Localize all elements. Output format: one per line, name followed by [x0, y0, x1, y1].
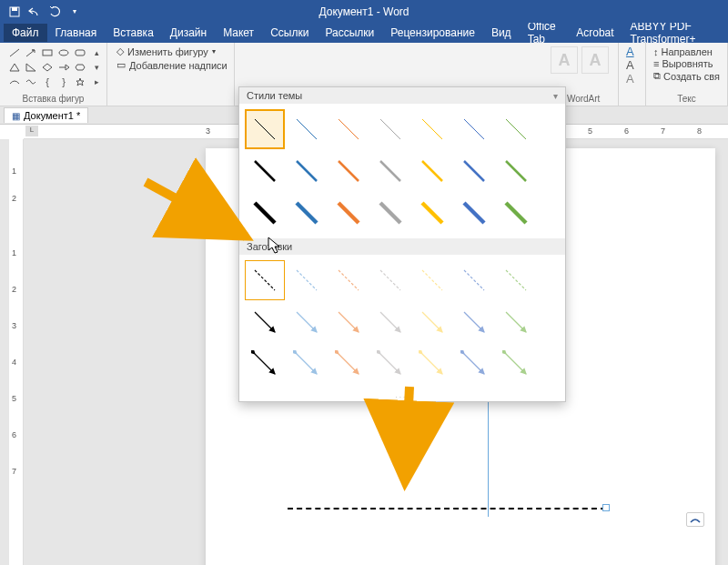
- menu-acrobat[interactable]: Acrobat: [568, 24, 622, 42]
- text-effects-icon[interactable]: A: [626, 72, 638, 86]
- ruler-tick: 4: [12, 358, 16, 367]
- preset-style-cell[interactable]: [454, 344, 494, 384]
- shape-arrow2-icon[interactable]: [56, 61, 71, 74]
- shape-connector-icon[interactable]: [7, 76, 22, 88]
- svg-line-9: [339, 119, 359, 139]
- preset-style-cell[interactable]: [454, 302, 494, 342]
- shape-hex-icon[interactable]: [73, 61, 87, 74]
- shape-diamond-icon[interactable]: [40, 61, 55, 74]
- align-text-button[interactable]: ≡Выровнять: [653, 58, 720, 69]
- text-fill-icon[interactable]: A: [626, 45, 638, 58]
- shape-expand-icon[interactable]: ▸: [89, 76, 104, 88]
- svg-line-12: [464, 119, 484, 139]
- create-link-button[interactable]: ⧉Создать свя: [653, 70, 720, 82]
- theme-style-cell[interactable]: [370, 151, 410, 191]
- theme-style-cell[interactable]: [329, 151, 369, 191]
- preset-style-cell[interactable]: [245, 302, 285, 342]
- theme-style-cell[interactable]: [454, 109, 494, 149]
- theme-style-cell[interactable]: [370, 193, 410, 233]
- edit-shape-button[interactable]: ◇Изменить фигуру▾: [113, 45, 228, 58]
- add-text-button[interactable]: ▭Добавление надписи: [113, 58, 228, 72]
- theme-style-cell[interactable]: [454, 151, 494, 191]
- dashed-line-shape[interactable]: [288, 508, 606, 510]
- shape-curve-icon[interactable]: [24, 76, 38, 88]
- shape-brace-l-icon[interactable]: {: [40, 76, 55, 88]
- popup-dropdown-icon[interactable]: ▾: [553, 91, 558, 101]
- shape-line-icon[interactable]: [7, 46, 22, 59]
- preset-style-cell[interactable]: [412, 344, 452, 384]
- shape-more-icon[interactable]: ▴: [89, 46, 104, 59]
- wordart-style-2[interactable]: A: [581, 46, 609, 74]
- preset-style-cell[interactable]: [329, 302, 369, 342]
- preset-style-cell[interactable]: [370, 260, 410, 300]
- menu-insert[interactable]: Вставка: [105, 24, 162, 42]
- shape-rtriangle-icon[interactable]: [24, 61, 38, 74]
- preset-style-cell[interactable]: [287, 260, 327, 300]
- ruler-corner: L: [25, 126, 38, 136]
- shape-brace-r-icon[interactable]: }: [56, 76, 71, 88]
- menu-review[interactable]: Рецензирование: [382, 24, 483, 42]
- menu-view[interactable]: Вид: [483, 24, 520, 42]
- theme-style-cell[interactable]: [412, 193, 452, 233]
- theme-style-cell[interactable]: [329, 109, 369, 149]
- shape-roundrect-icon[interactable]: [73, 46, 87, 59]
- menu-design[interactable]: Дизайн: [162, 24, 215, 42]
- preset-style-cell[interactable]: [245, 344, 285, 384]
- shape-triangle-icon[interactable]: [7, 61, 22, 74]
- theme-style-cell[interactable]: [496, 151, 536, 191]
- qat-dropdown-icon[interactable]: ▾: [67, 5, 82, 19]
- shape-rect-icon[interactable]: [40, 46, 55, 59]
- preset-style-cell[interactable]: [329, 260, 369, 300]
- vertical-ruler[interactable]: 1 2 1 2 3 4 5 6 7: [9, 139, 24, 565]
- preset-style-cell[interactable]: [496, 302, 536, 342]
- preset-style-cell[interactable]: [329, 344, 369, 384]
- theme-style-cell[interactable]: [287, 151, 327, 191]
- svg-line-33: [464, 270, 484, 290]
- save-icon[interactable]: [7, 5, 22, 19]
- shape-more2-icon[interactable]: ▾: [89, 61, 104, 74]
- menu-bar: Файл Главная Вставка Дизайн Макет Ссылки…: [0, 23, 728, 43]
- svg-line-36: [297, 312, 317, 332]
- preset-style-cell[interactable]: [496, 344, 536, 384]
- theme-style-cell[interactable]: [412, 109, 452, 149]
- theme-style-cell[interactable]: [454, 193, 494, 233]
- theme-style-cell[interactable]: [412, 151, 452, 191]
- shape-arrow-icon[interactable]: [24, 46, 38, 59]
- preset-style-cell[interactable]: [287, 344, 327, 384]
- add-text-label: Добавление надписи: [129, 60, 228, 71]
- shape-star-icon[interactable]: [73, 76, 87, 88]
- menu-references[interactable]: Ссылки: [262, 24, 317, 42]
- preset-style-cell[interactable]: [412, 260, 452, 300]
- preset-style-cell[interactable]: [496, 260, 536, 300]
- theme-style-cell[interactable]: [245, 109, 285, 149]
- menu-mailings[interactable]: Рассылки: [317, 24, 382, 42]
- menu-home[interactable]: Главная: [47, 24, 106, 42]
- theme-style-cell[interactable]: [287, 193, 327, 233]
- text-outline-icon[interactable]: A: [626, 58, 638, 72]
- preset-style-cell[interactable]: [370, 302, 410, 342]
- resize-handle[interactable]: [602, 504, 610, 511]
- layout-options-button[interactable]: [686, 512, 704, 527]
- shape-oval-icon[interactable]: [56, 46, 71, 59]
- preset-style-cell[interactable]: [454, 260, 494, 300]
- svg-line-20: [506, 161, 526, 181]
- preset-style-cell[interactable]: [287, 302, 327, 342]
- text-direction-button[interactable]: ↕Направлен: [653, 46, 720, 57]
- preset-style-cell[interactable]: [412, 302, 452, 342]
- menu-file[interactable]: Файл: [4, 24, 47, 42]
- wordart-style-1[interactable]: A: [551, 46, 578, 74]
- undo-icon[interactable]: [27, 5, 42, 19]
- theme-style-cell[interactable]: [496, 109, 536, 149]
- redo-icon[interactable]: [47, 5, 62, 19]
- preset-style-cell[interactable]: [370, 344, 410, 384]
- document-tab[interactable]: ▦ Документ1 *: [4, 107, 88, 123]
- svg-line-38: [380, 312, 400, 332]
- preset-style-cell[interactable]: [245, 260, 285, 300]
- text-group: ↕Направлен ≡Выровнять ⧉Создать свя Текс: [646, 43, 728, 106]
- theme-style-cell[interactable]: [287, 109, 327, 149]
- menu-layout[interactable]: Макет: [215, 24, 262, 42]
- theme-style-cell[interactable]: [370, 109, 410, 149]
- theme-style-cell[interactable]: [496, 193, 536, 233]
- shapes-gallery[interactable]: ▴ ▾ { } ▸: [5, 45, 101, 90]
- theme-style-cell[interactable]: [329, 193, 369, 233]
